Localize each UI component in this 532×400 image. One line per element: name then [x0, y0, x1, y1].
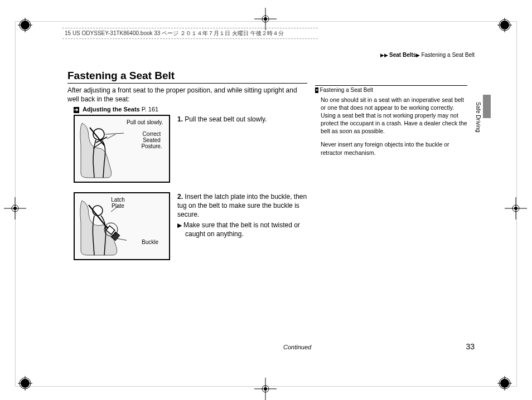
document-header-strip: 15 US ODYSSEY-31TK86400.book 33 ページ ２０１４… [62, 28, 318, 39]
page-number: 33 [466, 342, 475, 351]
registration-mark-icon [18, 376, 32, 391]
xref-label: Adjusting the Seats [83, 106, 140, 113]
step-text: Pull the seat belt out slowly. [185, 115, 267, 123]
double-chevron-icon: » [315, 87, 318, 93]
seat-belt-pull-illustration-icon [76, 118, 127, 179]
page-title: Fastening a Seat Belt [67, 70, 307, 84]
step-number: 1. [177, 115, 183, 123]
crop-mark-icon [4, 197, 26, 219]
figure-label: Pull out slowly. [127, 119, 163, 125]
cross-reference: ➔ Adjusting the Seats P. 161 [74, 106, 158, 113]
figure-2: Latch Plate Buckle [74, 192, 170, 260]
xref-page: P. 161 [142, 106, 158, 113]
intro-text: After adjusting a front seat to the prop… [67, 86, 307, 104]
chevron-right-icon: ▶▶ [380, 52, 388, 58]
svg-point-19 [264, 17, 267, 21]
breadcrumb-segment: Fastening a Seat Belt [421, 52, 475, 58]
step-text: Insert the latch plate into the buckle, … [177, 193, 307, 218]
svg-point-31 [514, 207, 518, 210]
figure-label: Correct Seated Posture. [138, 131, 166, 149]
step-number: 2. [177, 193, 183, 201]
registration-mark-icon [497, 18, 512, 32]
svg-point-27 [13, 207, 17, 210]
registration-mark-icon [497, 376, 512, 391]
registration-mark-icon [18, 18, 32, 32]
figure-label: Latch Plate [108, 197, 128, 209]
triangle-right-icon: ▶ [177, 222, 183, 228]
step-subtext: Make sure that the belt is not twisted o… [183, 221, 300, 238]
chevron-right-icon: ▶ [416, 52, 420, 58]
continued-label: Continued [283, 344, 311, 350]
sidebox-title: Fastening a Seat Belt [320, 87, 373, 93]
info-sidebar: »Fastening a Seat Belt No one should sit… [315, 85, 467, 162]
svg-point-23 [264, 387, 267, 391]
section-tab-label: Safe Driving [475, 102, 481, 132]
crop-mark-icon [505, 197, 527, 219]
section-tab [483, 95, 491, 118]
step-1: 1. Pull the seat belt out slowly. [177, 115, 307, 124]
crop-mark-icon [254, 378, 277, 400]
svg-point-33 [93, 206, 103, 216]
breadcrumb-segment: Seat Belts [389, 52, 416, 58]
figure-label: Buckle [142, 239, 158, 245]
step-2: 2. Insert the latch plate into the buckl… [177, 192, 307, 238]
figure-1: Pull out slowly. Correct Seated Posture. [74, 115, 170, 183]
sidebox-paragraph: Never insert any foreign objects into th… [321, 140, 467, 156]
sidebox-paragraph: No one should sit in a seat with an inop… [321, 96, 467, 135]
breadcrumb: ▶▶Seat Belts▶Fastening a Seat Belt [380, 52, 475, 58]
crop-mark-icon [254, 8, 277, 30]
sidebox-heading: »Fastening a Seat Belt [315, 85, 467, 94]
link-icon: ➔ [74, 107, 79, 113]
